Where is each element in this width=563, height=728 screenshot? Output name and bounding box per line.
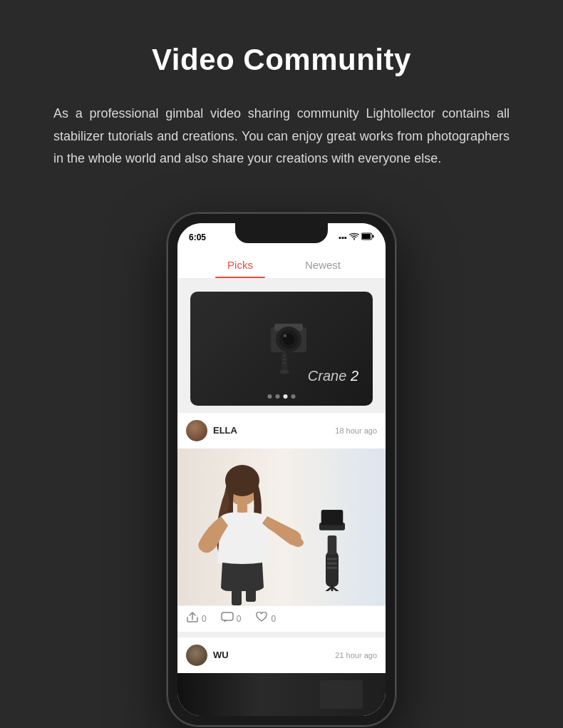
post-header-ella: ELLA 18 hour ago <box>177 413 386 448</box>
content-wrapper: Video Community As a professional gimbal… <box>39 43 524 726</box>
comment-count: 0 <box>237 614 242 624</box>
svg-rect-2 <box>362 234 371 239</box>
svg-rect-20 <box>246 588 256 602</box>
avatar-ella <box>186 420 207 441</box>
svg-rect-22 <box>327 558 337 560</box>
svg-line-33 <box>332 587 348 591</box>
tab-picks[interactable]: Picks <box>199 252 282 278</box>
post-image-wu <box>177 673 386 716</box>
svg-rect-23 <box>327 562 337 564</box>
status-icons: ▪▪▪ <box>339 232 374 242</box>
avatar-image-wu <box>186 645 207 666</box>
phone-wrapper: 6:05 ▪▪▪ <box>39 213 524 726</box>
post-time-wu: 21 hour ago <box>335 651 377 660</box>
avatar-wu <box>186 645 207 666</box>
username-wu: WU <box>213 650 229 660</box>
post-user-ella: ELLA <box>186 420 237 441</box>
share-action[interactable]: 0 <box>186 612 207 626</box>
banner-product-number: 2 <box>351 368 358 384</box>
page-title: Video Community <box>152 43 411 77</box>
svg-rect-27 <box>321 510 344 526</box>
post-item-ella: ELLA 18 hour ago <box>177 413 386 632</box>
post-time-ella: 18 hour ago <box>335 426 377 435</box>
svg-rect-24 <box>327 567 337 569</box>
dot-1[interactable] <box>268 394 272 399</box>
phone-mockup: 6:05 ▪▪▪ <box>167 213 396 726</box>
post-user-wu: WU <box>186 645 229 666</box>
status-bar: 6:05 ▪▪▪ <box>177 223 386 252</box>
battery-icon <box>361 232 374 242</box>
wifi-icon <box>349 232 359 242</box>
status-time: 6:05 <box>189 232 206 242</box>
like-action[interactable]: 0 <box>255 612 276 626</box>
phone-screen: 6:05 ▪▪▪ <box>177 223 386 716</box>
banner-dots <box>268 394 296 399</box>
signal-icon: ▪▪▪ <box>339 233 347 242</box>
dot-4[interactable] <box>291 394 296 399</box>
username-ella: ELLA <box>213 425 237 436</box>
share-icon <box>186 612 199 626</box>
app-tabs: Picks Newest <box>177 252 386 279</box>
share-count: 0 <box>202 614 207 624</box>
post-header-wu: WU 21 hour ago <box>177 637 386 673</box>
svg-rect-1 <box>373 235 374 238</box>
post-item-wu: WU 21 hour ago <box>177 637 386 716</box>
svg-rect-25 <box>328 535 337 555</box>
banner-product-label: Crane 2 <box>308 368 358 384</box>
avatar-image-ella <box>186 420 207 441</box>
post-actions-ella: 0 0 <box>177 605 386 632</box>
svg-rect-36 <box>320 680 363 709</box>
like-count: 0 <box>271 614 276 624</box>
product-banner: Crane 2 <box>190 292 373 406</box>
tab-newest[interactable]: Newest <box>282 252 364 278</box>
svg-rect-19 <box>232 588 242 605</box>
heart-icon <box>255 612 268 626</box>
comment-action[interactable]: 0 <box>221 612 242 626</box>
svg-line-31 <box>316 587 333 591</box>
svg-rect-10 <box>280 370 289 374</box>
svg-rect-21 <box>326 551 339 587</box>
dot-2[interactable] <box>276 394 280 399</box>
comment-icon <box>221 612 234 626</box>
banner-wrapper: Crane 2 <box>177 279 386 406</box>
svg-point-8 <box>284 334 286 337</box>
svg-rect-34 <box>222 612 233 620</box>
post-image-ella[interactable] <box>177 448 386 605</box>
dot-3[interactable] <box>284 394 288 399</box>
post-gimbal-ella <box>300 506 364 591</box>
description-text: As a professional gimbal video sharing c… <box>39 103 524 170</box>
post-photo-wu <box>177 673 386 716</box>
notch <box>235 223 328 243</box>
